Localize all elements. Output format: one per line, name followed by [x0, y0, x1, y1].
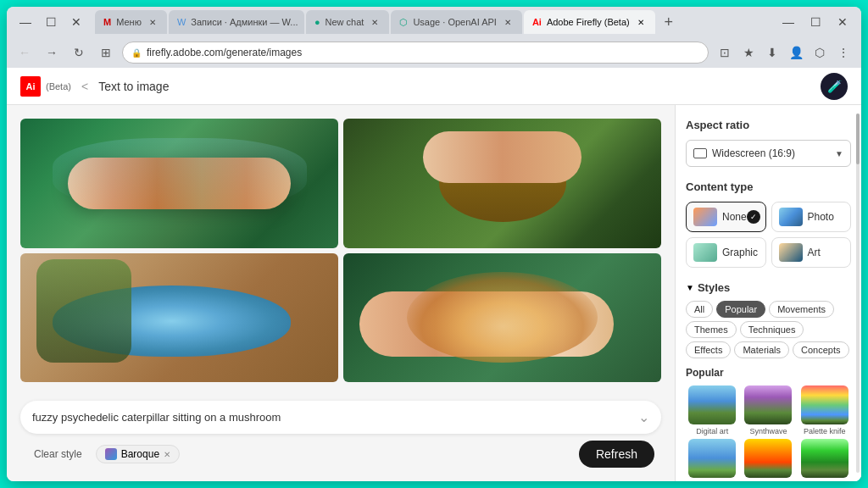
- tab4-close-icon[interactable]: ✕: [502, 16, 514, 28]
- restore-win-button[interactable]: ☐: [804, 10, 827, 34]
- style-tag-label: Baroque: [121, 448, 159, 460]
- star-icon[interactable]: ★: [737, 42, 760, 64]
- download-icon[interactable]: ⬇: [761, 42, 783, 64]
- popular-name-palette-knife: Palette knife: [804, 427, 846, 435]
- select-inner: Widescreen (16:9): [693, 147, 795, 159]
- nav-bar: ← → ↻ ⊞ 🔒 firefly.adobe.com/generate/ima…: [7, 37, 861, 68]
- image-cell-top-left[interactable]: [20, 119, 338, 248]
- aspect-ratio-chevron-icon: ▼: [835, 149, 843, 158]
- user-icon-button[interactable]: 🧪: [821, 73, 848, 100]
- content-type-photo-label: Photo: [808, 211, 834, 223]
- reload-button[interactable]: ↻: [68, 42, 90, 64]
- filter-chip-themes[interactable]: Themes: [686, 321, 737, 338]
- image-cell-top-right[interactable]: [343, 119, 661, 248]
- prompt-expand-icon[interactable]: ⌄: [638, 409, 649, 425]
- main-content: Ai (Beta) < Text to image 🧪: [7, 68, 861, 481]
- image-section: fuzzy psychedelic caterpillar sitting on…: [7, 105, 675, 481]
- popular-item-synthwave[interactable]: Synthwave: [742, 385, 794, 435]
- content-type-graphic-label: Graphic: [722, 247, 758, 258]
- minimize-win-button[interactable]: ―: [776, 10, 800, 34]
- filter-chip-movements[interactable]: Movements: [769, 301, 834, 318]
- image-cell-bottom-left[interactable]: [20, 253, 338, 383]
- aspect-ratio-value: Widescreen (16:9): [712, 147, 795, 159]
- style-tag-remove-icon[interactable]: ✕: [164, 450, 170, 459]
- tab-records[interactable]: W Записи · Админки — W... ✕: [169, 10, 304, 34]
- content-thumb-art: [779, 243, 803, 262]
- style-tag-baroque: Baroque ✕: [96, 445, 180, 463]
- content-type-graphic[interactable]: Graphic: [686, 237, 766, 268]
- filter-chip-materials[interactable]: Materials: [734, 341, 789, 358]
- filter-chip-concepts[interactable]: Concepts: [793, 341, 849, 358]
- prompt-text: fuzzy psychedelic caterpillar sitting on…: [32, 411, 632, 424]
- content-thumb-photo: [779, 208, 803, 226]
- popular-item-extra2[interactable]: [742, 439, 794, 480]
- popular-item-extra3[interactable]: [798, 439, 851, 480]
- popular-label: Popular: [686, 367, 851, 379]
- tab-firefly[interactable]: Ai Adobe Firefly (Beta) ✕: [524, 10, 655, 34]
- title-bar: ― ☐ ✕ M Меню ✕ W Записи · Админки — W...…: [7, 7, 861, 37]
- breadcrumb-back-button[interactable]: <: [81, 80, 88, 93]
- page-title: Text to image: [98, 80, 169, 93]
- tab-new-chat[interactable]: ● New chat ✕: [306, 10, 390, 34]
- image-cell-bottom-right[interactable]: [343, 253, 661, 383]
- minimize-button[interactable]: ―: [14, 10, 37, 34]
- extension-icon[interactable]: ⬡: [809, 42, 831, 64]
- popular-item-digital-art[interactable]: Digital art: [686, 385, 738, 435]
- tab-openai-usage[interactable]: ⬡ Usage · OpenAI API ✕: [391, 10, 521, 34]
- styles-title: Styles: [698, 281, 730, 294]
- styles-filter-row: All Popular Movements Themes Techniques …: [686, 301, 851, 358]
- content-type-art[interactable]: Art: [771, 237, 852, 268]
- content-type-none-label: None: [722, 211, 747, 223]
- popular-name-synthwave: Synthwave: [749, 427, 787, 435]
- scrollbar-thumb[interactable]: [856, 114, 860, 164]
- forward-button[interactable]: →: [41, 42, 63, 64]
- tab3-close-icon[interactable]: ✕: [369, 16, 381, 28]
- prompt-bottom: Clear style Baroque ✕ Refresh: [20, 441, 661, 468]
- prompt-area[interactable]: fuzzy psychedelic caterpillar sitting on…: [20, 401, 661, 434]
- content-type-photo[interactable]: Photo: [771, 202, 852, 232]
- aspect-ratio-select[interactable]: Widescreen (16:9) ▼: [686, 140, 851, 167]
- clear-style-button[interactable]: Clear style: [27, 445, 89, 463]
- address-text: firefly.adobe.com/generate/images: [147, 47, 699, 58]
- content-type-none[interactable]: None ✓: [686, 202, 766, 232]
- popular-grid-row2: [686, 439, 851, 480]
- back-button[interactable]: ←: [14, 42, 36, 64]
- popular-thumb-extra3: [801, 439, 849, 478]
- tab2-icon: W: [177, 17, 186, 27]
- styles-chevron-icon[interactable]: ▼: [686, 283, 694, 292]
- close-win-button[interactable]: ✕: [831, 10, 854, 34]
- right-panel: Aspect ratio Widescreen (16:9) ▼ Content…: [675, 105, 861, 481]
- screenshot-icon[interactable]: ⊡: [714, 42, 736, 64]
- filter-chip-popular[interactable]: Popular: [716, 301, 765, 318]
- menu-dots-icon[interactable]: ⋮: [832, 42, 854, 64]
- tab5-icon: Ai: [532, 17, 542, 27]
- content-type-art-label: Art: [808, 247, 821, 258]
- content-area: fuzzy psychedelic caterpillar sitting on…: [7, 105, 861, 481]
- tab-menu[interactable]: M Меню ✕: [95, 10, 167, 34]
- address-bar[interactable]: 🔒 firefly.adobe.com/generate/images: [122, 42, 709, 64]
- close-button[interactable]: ✕: [64, 10, 88, 34]
- tab1-close-icon[interactable]: ✕: [147, 16, 159, 28]
- scrollbar-track[interactable]: [856, 114, 860, 473]
- popular-grid-row1: Digital art Synthwave Palette knife: [686, 385, 851, 435]
- refresh-button[interactable]: Refresh: [579, 441, 654, 468]
- tab2-close-icon[interactable]: ✕: [303, 16, 304, 28]
- popular-thumb-extra2: [744, 439, 792, 478]
- tab5-close-icon[interactable]: ✕: [635, 16, 647, 28]
- browser-window: ― ☐ ✕ M Меню ✕ W Записи · Админки — W...…: [7, 7, 861, 481]
- tab4-icon: ⬡: [399, 17, 408, 28]
- home-button[interactable]: ⊞: [95, 42, 117, 64]
- filter-chip-all[interactable]: All: [686, 301, 713, 318]
- tab1-icon: M: [103, 17, 111, 27]
- adobe-icon-text: Ai: [26, 81, 36, 92]
- new-tab-button[interactable]: +: [657, 10, 681, 34]
- maximize-button[interactable]: ☐: [39, 10, 63, 34]
- filter-chip-techniques[interactable]: Techniques: [740, 321, 804, 338]
- popular-thumb-palette-knife: [801, 385, 849, 424]
- popular-item-palette-knife[interactable]: Palette knife: [798, 385, 851, 435]
- profile-icon[interactable]: 👤: [785, 42, 807, 64]
- content-type-grid: None ✓ Photo Graphic: [686, 202, 851, 268]
- popular-item-extra1[interactable]: [686, 439, 738, 480]
- filter-chip-effects[interactable]: Effects: [686, 341, 731, 358]
- tab5-label: Adobe Firefly (Beta): [547, 17, 630, 27]
